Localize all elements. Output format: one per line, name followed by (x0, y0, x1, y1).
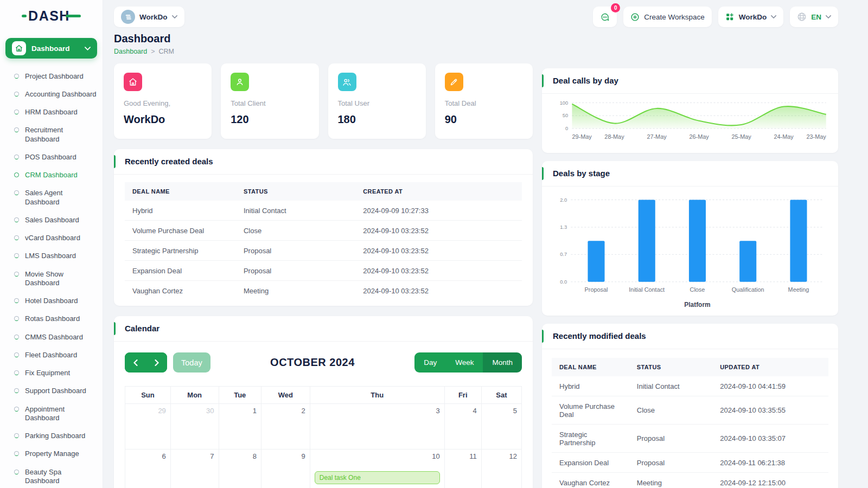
logo-dash-icon (22, 15, 27, 17)
workspace-menu-button[interactable]: WorkDo (718, 7, 784, 27)
chat-icon (600, 12, 610, 22)
calendar-day-cell[interactable]: 12 (481, 450, 521, 488)
stat-label: Total User (338, 99, 416, 107)
calendar-day-cell[interactable]: 29 (125, 404, 171, 450)
calendar-day-header: Sat (481, 387, 521, 404)
calendar-day-cell[interactable]: 10Deal task One (310, 450, 444, 488)
sidebar-item[interactable]: Accounting Dashboard (0, 85, 103, 103)
sidebar-item-label: Rotas Dashboard (25, 314, 80, 323)
calendar-day-cell[interactable]: 4 (444, 404, 481, 450)
calendar-day-cell[interactable]: 5 (481, 404, 521, 450)
sidebar-item[interactable]: Property Manage (0, 445, 103, 463)
calendar-next-button[interactable] (146, 352, 167, 373)
sidebar-item[interactable]: vCard Dashboard (0, 229, 103, 247)
deal-status: Initial Contact (629, 376, 712, 396)
sidebar-item-label: Hotel Dashboard (25, 297, 78, 305)
calendar-month-title: OCTOBER 2024 (270, 356, 355, 369)
calendar-day-cell[interactable]: 3 (310, 404, 444, 450)
calendar-day-cell[interactable]: 8 (219, 450, 261, 488)
topbar-actions: 0 Create Workspace WorkDo EN (593, 7, 838, 27)
language-code: EN (811, 13, 821, 21)
calendar-view-button[interactable]: Day (414, 352, 446, 373)
sidebar-item[interactable]: Rotas Dashboard (0, 310, 103, 328)
workspace-pill[interactable]: WorkDo (114, 7, 184, 27)
recently-created-deals-card: Recently created deals DEAL NAMESTATUSCR… (114, 149, 533, 306)
sidebar-dashboard-toggle[interactable]: Dashboard (5, 38, 97, 59)
chevron-right-icon (155, 359, 159, 366)
sidebar-item-label: CRM Dashboard (25, 171, 78, 179)
home-icon (12, 41, 26, 55)
sidebar-item[interactable]: Support Dashboard (0, 382, 103, 400)
bullet-icon (14, 470, 19, 474)
calendar-day-cell[interactable]: 7 (170, 450, 219, 488)
notification-badge: 0 (611, 3, 620, 12)
sidebar-item[interactable]: HRM Dashboard (0, 104, 103, 121)
calendar-day-cell[interactable]: 11 (444, 450, 481, 488)
topbar: WorkDo 0 Create Workspace WorkDo EN (114, 0, 838, 27)
bullet-icon (14, 407, 19, 412)
stat-card: Total Deal 90 (435, 63, 533, 139)
stat-label: Total Client (231, 99, 309, 107)
sidebar-item[interactable]: Fix Equipment (0, 364, 103, 382)
calendar-prev-button[interactable] (125, 352, 146, 373)
table-row[interactable]: Hybrid Initial Contact 2024-09-09 10:27:… (125, 201, 522, 221)
calendar-event[interactable]: Deal task One (315, 471, 440, 484)
card-title: Recently modified deals (553, 331, 646, 341)
calendar-day-cell[interactable]: 6 (125, 450, 171, 488)
deal-status: Close (236, 221, 355, 241)
sidebar-item[interactable]: Fleet Dashboard (0, 346, 103, 364)
page-title: Dashboard (114, 33, 838, 45)
card-title: Deal calls by day (553, 76, 618, 85)
sidebar-item[interactable]: CRM Dashboard (0, 166, 103, 184)
sidebar-item[interactable]: Sales Dashboard (0, 211, 103, 229)
chevron-left-icon (133, 359, 138, 366)
table-row[interactable]: Expansion Deal Proposal 2024-09-10 03:23… (125, 261, 522, 281)
stat-value: 180 (338, 113, 416, 126)
table-row[interactable]: Vaughan Cortez Meeting 2024-09-12 12:15:… (552, 473, 828, 488)
sidebar-item[interactable]: Project Dashboard (0, 67, 103, 85)
breadcrumb-current: CRM (158, 48, 174, 55)
table-row[interactable]: Volume Purchase Deal Close 2024-09-10 03… (125, 221, 522, 241)
sidebar-item[interactable]: Beauty Spa Dashboard (0, 463, 103, 488)
calendar-day-header: Wed (261, 387, 310, 404)
create-workspace-button[interactable]: Create Workspace (623, 7, 712, 27)
logo[interactable]: DASH (0, 0, 103, 31)
sidebar-item-label: POS Dashboard (25, 153, 76, 162)
column-header: DEAL NAME (125, 182, 236, 201)
calendar-day-cell[interactable]: 2 (261, 404, 310, 450)
chevron-down-icon (771, 15, 776, 18)
calendar-day-cell[interactable]: 1 (219, 404, 261, 450)
messages-button[interactable]: 0 (593, 7, 617, 27)
sidebar-item[interactable]: Recruitment Dashboard (0, 121, 103, 149)
table-row[interactable]: Vaughan Cortez Meeting 2024-09-10 03:23:… (125, 281, 522, 301)
table-row[interactable]: Strategic Partnership Proposal 2024-09-1… (552, 425, 828, 453)
sidebar-item[interactable]: Movie Show Dashboard (0, 265, 103, 292)
calendar-view-button[interactable]: Month (483, 352, 522, 373)
calendar-day-cell[interactable]: 30 (170, 404, 219, 450)
deal-created-at: 2024-09-09 10:27:33 (355, 201, 522, 221)
card-title: Calendar (125, 324, 159, 333)
svg-text:26-May: 26-May (689, 133, 709, 140)
sidebar-item[interactable]: Hotel Dashboard (0, 292, 103, 310)
bullet-icon (14, 433, 19, 438)
sidebar-item[interactable]: POS Dashboard (0, 148, 103, 166)
table-row[interactable]: Expansion Deal Proposal 2024-09-11 06:21… (552, 453, 828, 473)
language-selector[interactable]: EN (790, 7, 838, 27)
calendar-today-button[interactable]: Today (173, 352, 210, 373)
sidebar-item[interactable]: Sales Agent Dashboard (0, 184, 103, 211)
sidebar-item[interactable]: LMS Dashboard (0, 247, 103, 265)
calendar-day-cell[interactable]: 9 (261, 450, 310, 488)
calendar-view-button[interactable]: Week (446, 352, 483, 373)
table-row[interactable]: Volume Purchase Deal Close 2024-09-10 03… (552, 396, 828, 425)
sidebar-item[interactable]: CMMS Dashboard (0, 328, 103, 346)
svg-text:0: 0 (565, 126, 568, 131)
breadcrumb-dashboard-link[interactable]: Dashboard (114, 48, 147, 55)
deal-name: Vaughan Cortez (125, 281, 236, 301)
table-row[interactable]: Strategic Partnership Proposal 2024-09-1… (125, 241, 522, 261)
table-row[interactable]: Hybrid Initial Contact 2024-09-10 04:41:… (552, 376, 828, 396)
deal-status: Meeting (629, 473, 712, 488)
bullet-icon (14, 127, 19, 132)
stat-card: Total User 180 (328, 63, 426, 139)
sidebar-item[interactable]: Parking Dashboard (0, 427, 103, 445)
sidebar-item[interactable]: Appointment Dashboard (0, 400, 103, 427)
